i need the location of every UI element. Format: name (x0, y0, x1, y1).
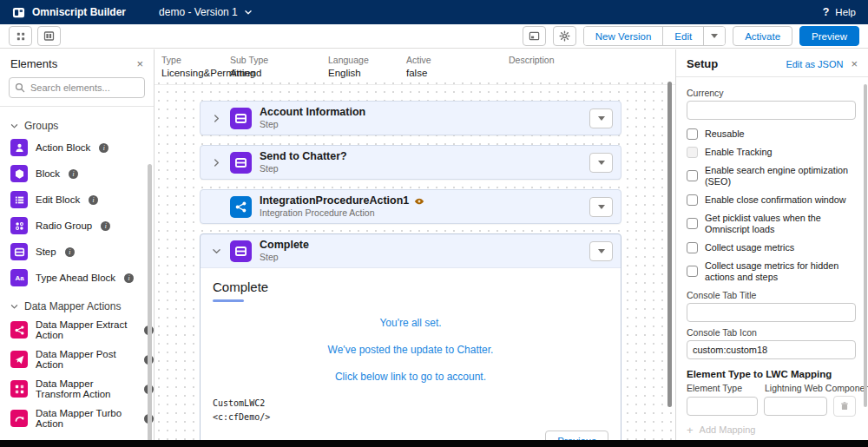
element-dm-extract-action[interactable]: Data Mapper Extract Action i (10, 315, 154, 345)
help-button[interactable]: ? Help (823, 6, 856, 18)
list-view-icon (43, 30, 55, 42)
checkbox-box[interactable] (687, 242, 698, 253)
card-menu-button[interactable] (589, 197, 613, 217)
step-icon (230, 108, 252, 129)
info-icon[interactable]: i (65, 247, 75, 257)
meta-description-value (509, 68, 668, 78)
lwc-input[interactable] (764, 397, 827, 416)
element-dm-post-action[interactable]: Data Mapper Post Action i (10, 345, 154, 374)
version-selector[interactable]: demo - Version 1 (159, 6, 253, 18)
checkbox-box[interactable] (687, 128, 698, 140)
card-subtitle: Integration Procedure Action (260, 207, 424, 219)
edit-dropdown-button[interactable] (704, 27, 725, 45)
setup-scrollbar[interactable] (864, 84, 867, 407)
checkbox-box[interactable] (687, 170, 698, 181)
step-card-account-information[interactable]: Account Information Step (200, 101, 621, 135)
version-label: demo - Version 1 (159, 6, 238, 18)
delete-mapping-button[interactable] (833, 396, 856, 417)
card-menu-button[interactable] (589, 241, 613, 261)
step-card-complete[interactable]: Complete Step Complete You're all set. W… (200, 233, 621, 440)
checkbox-box[interactable] (687, 266, 698, 277)
edit-button[interactable]: Edit (663, 27, 704, 45)
panel-icon (529, 30, 540, 42)
expand-chevron-right-icon[interactable] (211, 114, 222, 123)
card-menu-button[interactable] (589, 153, 613, 173)
collapse-chevron-down-icon[interactable] (211, 247, 222, 255)
checkbox-enable-seo[interactable]: Enable search engine optimization (SEO) (687, 165, 856, 187)
meta-subtype-value: Amend (230, 68, 328, 78)
visibility-eye-icon (414, 196, 424, 207)
console-tab-title-input[interactable] (687, 303, 856, 322)
section-data-mapper-actions[interactable]: Data Mapper Actions (10, 300, 154, 312)
heading-underline (213, 299, 244, 302)
expand-chevron-right-icon[interactable] (211, 158, 222, 168)
element-radio-group[interactable]: Radio Group i (10, 213, 154, 239)
meta-type-label: Type (161, 55, 230, 65)
step-message: You're all set. (213, 317, 608, 329)
meta-language-value: English (328, 68, 406, 78)
dropdown-caret-icon (598, 161, 605, 165)
card-title: Account Information (260, 106, 365, 119)
setup-close-icon[interactable]: × (851, 58, 858, 69)
step-message: Click below link to go to account. (213, 371, 608, 383)
card-title: Complete (260, 239, 309, 252)
previous-button[interactable]: Previous (545, 431, 608, 440)
card-subtitle: Step (260, 252, 309, 263)
integration-procedure-icon (230, 196, 252, 218)
checkbox-usage-metrics-hidden[interactable]: Collect usage metrics for hidden actions… (687, 260, 856, 283)
edit-block-icon (10, 191, 28, 208)
list-view-button[interactable] (37, 26, 61, 46)
lwc-mapping-heading: Element Type to LWC Mapping (687, 369, 856, 379)
new-version-button[interactable]: New Version (584, 27, 664, 45)
element-dm-transform-action[interactable]: Data Mapper Transform Action i (10, 374, 154, 404)
info-icon[interactable]: i (69, 169, 78, 179)
grid-dots-icon (16, 31, 26, 42)
currency-label: Currency (687, 88, 856, 98)
console-tab-title-label: Console Tab Title (687, 290, 856, 300)
sidebar-scrollbar[interactable] (148, 164, 152, 440)
element-edit-block[interactable]: Edit Block i (10, 187, 154, 213)
canvas-dotted-area: Account Information Step Send to Chatter… (155, 79, 675, 440)
info-icon[interactable]: i (124, 273, 134, 283)
section-groups[interactable]: Groups (10, 120, 154, 132)
elements-close-icon[interactable]: × (136, 58, 143, 69)
currency-input[interactable] (687, 101, 856, 120)
element-type-ahead-block[interactable]: Aa Type Ahead Block i (10, 265, 154, 291)
bottom-edge-bar (0, 440, 868, 447)
action-card-integration-procedure[interactable]: IntegrationProcedureAction1 Integration … (200, 189, 621, 224)
console-tab-icon-input[interactable] (687, 340, 856, 359)
turbo-action-icon (10, 410, 28, 427)
chevron-down-icon (10, 123, 18, 129)
card-menu-button[interactable] (589, 108, 613, 128)
preview-button[interactable]: Preview (799, 26, 859, 46)
checkbox-picklist-values[interactable]: Get picklist values when the Omniscript … (687, 213, 856, 235)
custom-lwc-code: CustomLWC2<c:cfDemo/> (213, 397, 608, 424)
checkbox-close-confirmation[interactable]: Enable close confirmation window (687, 194, 856, 206)
element-step[interactable]: Step i (10, 239, 154, 265)
canvas-scrollbar[interactable] (667, 82, 672, 407)
checkbox-usage-metrics[interactable]: Collect usage metrics (687, 242, 856, 253)
element-action-block[interactable]: Action Block i (10, 135, 154, 161)
settings-button[interactable] (553, 26, 576, 46)
info-icon[interactable]: i (101, 221, 110, 231)
checkbox-box[interactable] (687, 194, 698, 206)
checkbox-reusable[interactable]: Reusable (687, 128, 856, 140)
panel-toggle-button[interactable] (523, 26, 546, 46)
script-canvas: TypeLicensing&Permitting Sub TypeAmend L… (155, 49, 675, 440)
search-elements-input[interactable] (9, 77, 145, 98)
add-mapping-button[interactable]: +Add Mapping (687, 424, 856, 436)
element-dm-turbo-action[interactable]: Data Mapper Turbo Action i (10, 404, 154, 433)
canvas-view-button[interactable] (9, 26, 32, 46)
info-icon[interactable]: i (89, 195, 98, 205)
element-type-input[interactable] (687, 397, 758, 416)
checkbox-box[interactable] (687, 218, 698, 229)
lwc-label: Lightning Web Component (765, 383, 868, 393)
edit-as-json-link[interactable]: Edit as JSON (786, 59, 843, 69)
step-card-send-to-chatter[interactable]: Send to Chatter? Step (200, 145, 621, 180)
meta-language-label: Language (328, 55, 406, 65)
step-preview-heading: Complete (213, 279, 608, 294)
builder-toolbar: New Version Edit Activate Preview (0, 24, 868, 49)
activate-button[interactable]: Activate (733, 26, 792, 46)
info-icon[interactable]: i (99, 143, 108, 153)
element-block[interactable]: Block i (10, 161, 154, 187)
